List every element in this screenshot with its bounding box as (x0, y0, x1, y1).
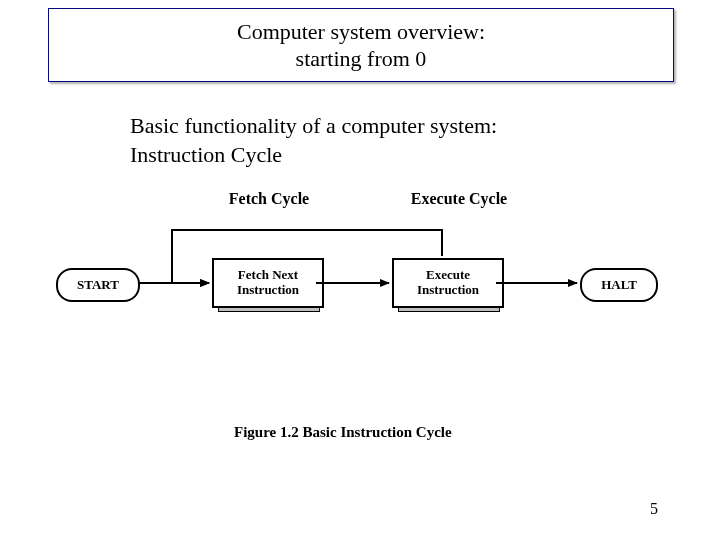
slide-body: Basic functionality of a computer system… (130, 112, 650, 169)
flow-arrows (44, 190, 676, 490)
slide-title-line2: starting from 0 (49, 45, 673, 73)
slide-body-line1: Basic functionality of a computer system… (130, 112, 650, 141)
slide-title-box: Computer system overview: starting from … (48, 8, 674, 82)
page-number: 5 (650, 500, 658, 518)
instruction-cycle-figure: Fetch Cycle Execute Cycle START Fetch Ne… (44, 190, 676, 490)
slide-title-line1: Computer system overview: (49, 18, 673, 46)
slide-body-line2: Instruction Cycle (130, 141, 650, 170)
figure-caption: Figure 1.2 Basic Instruction Cycle (234, 424, 452, 441)
